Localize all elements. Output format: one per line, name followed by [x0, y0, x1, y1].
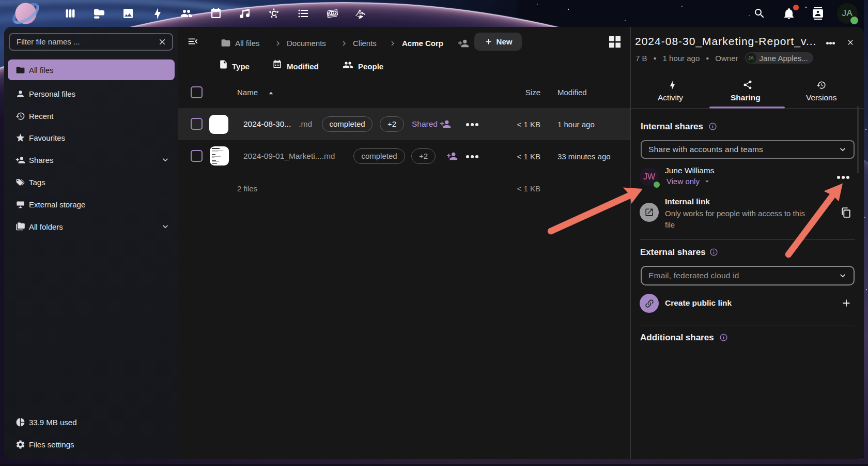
svg-text:C: C: [271, 9, 276, 18]
